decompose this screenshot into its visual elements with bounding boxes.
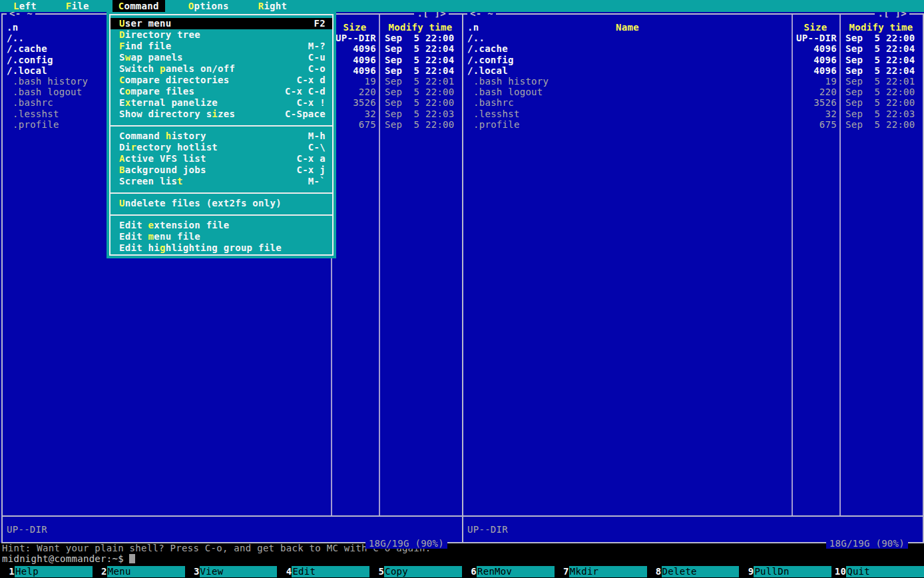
menubar-item-left[interactable]: Left bbox=[7, 0, 43, 12]
file-row[interactable]: .bashrc3526Sep 5 22:00 bbox=[463, 97, 923, 108]
file-size: 675 bbox=[331, 119, 379, 130]
function-key-mkdir[interactable]: 7Mkdir bbox=[555, 565, 647, 578]
file-row[interactable]: .bash_history19Sep 5 22:01 bbox=[463, 76, 923, 87]
function-key-copy[interactable]: 5Copy bbox=[369, 565, 462, 578]
menu-item-shortcut: C-x ! bbox=[296, 97, 326, 109]
menu-item-label: Edit extension file bbox=[119, 220, 326, 231]
function-key-number: 9 bbox=[739, 565, 754, 578]
file-size: 675 bbox=[792, 119, 839, 130]
menu-group-separator bbox=[111, 187, 332, 194]
menu-item-directory-hotlist[interactable]: Directory hotlistC-\ bbox=[111, 142, 332, 153]
menu-item-label: Undelete files (ext2fs only) bbox=[119, 198, 326, 209]
file-size: 3526 bbox=[331, 97, 379, 108]
menu-item-compare-files[interactable]: Compare filesC-x C-d bbox=[111, 86, 332, 97]
function-key-renmov[interactable]: 6RenMov bbox=[462, 565, 555, 578]
label-post: enu file bbox=[154, 231, 200, 242]
menu-item-show-directory-sizes[interactable]: Show directory sizesC-Space bbox=[111, 109, 332, 120]
menu-item-active-vfs-list[interactable]: Active VFS listC-x a bbox=[111, 153, 332, 164]
label-post: ap panels bbox=[130, 52, 182, 63]
file-size: 19 bbox=[792, 76, 839, 87]
label-post: ight bbox=[264, 1, 287, 11]
menu-item-background-jobs[interactable]: Background jobsC-x j bbox=[111, 164, 332, 176]
label-pre: Edit bbox=[119, 220, 148, 230]
menubar-item-right[interactable]: Right bbox=[252, 0, 294, 12]
label-post: ile bbox=[72, 1, 89, 11]
shell-prompt-line[interactable]: midnight@commander:~$ bbox=[2, 553, 135, 564]
file-mtime: Sep 5 22:04 bbox=[379, 55, 462, 65]
file-row[interactable]: /.cache4096Sep 5 22:04 bbox=[463, 43, 923, 54]
function-key-edit[interactable]: 4Edit bbox=[277, 565, 369, 578]
function-key-delete[interactable]: 8Delete bbox=[647, 565, 740, 578]
file-mtime: Sep 5 22:04 bbox=[379, 43, 462, 54]
menu-item-screen-list[interactable]: Screen listM-` bbox=[111, 176, 332, 187]
menu-group-separator bbox=[111, 120, 332, 127]
text-cursor bbox=[129, 554, 135, 563]
hotkey-letter: F bbox=[66, 1, 72, 11]
function-key-bar: 1Help2Menu3View4Edit5Copy6RenMov7Mkdir8D… bbox=[0, 565, 924, 578]
file-row[interactable]: .profile675Sep 5 22:00 bbox=[463, 119, 923, 130]
menu-item-edit-highlighting-group-file[interactable]: Edit highlighting group file bbox=[111, 242, 332, 254]
menu-item-label: External panelize bbox=[119, 97, 296, 109]
function-key-quit[interactable]: 10Quit bbox=[831, 565, 924, 578]
file-name: .lesshst bbox=[463, 109, 792, 119]
command-menu-dropdown: User menuF2Directory treeFind fileM-?Swa… bbox=[107, 11, 336, 258]
function-key-number: 6 bbox=[462, 565, 477, 578]
menu-item-directory-tree[interactable]: Directory tree bbox=[111, 29, 332, 41]
menu-item-swap-panels[interactable]: Swap panelsC-u bbox=[111, 52, 332, 63]
menu-item-find-file[interactable]: Find fileM-? bbox=[111, 41, 332, 52]
column-header-time[interactable]: Modify time bbox=[839, 22, 923, 33]
command-menu-box: User menuF2Directory treeFind fileM-?Swa… bbox=[109, 14, 334, 256]
function-key-help[interactable]: 1Help bbox=[0, 565, 93, 578]
file-row[interactable]: /.config4096Sep 5 22:04 bbox=[463, 55, 923, 65]
menu-item-shortcut: C-\ bbox=[308, 142, 326, 153]
menu-item-switch-panels-on-off[interactable]: Switch panels on/offC-o bbox=[111, 63, 332, 75]
label-post: ndelete files (ext2fs only) bbox=[125, 198, 282, 208]
left-panel-mini-status: UP--DIR bbox=[7, 524, 47, 535]
function-key-pulldn[interactable]: 9PullDn bbox=[739, 565, 831, 578]
panel-header-row: .nNameSizeModify time bbox=[463, 22, 923, 33]
menu-item-command-history[interactable]: Command historyM-h bbox=[111, 131, 332, 142]
function-key-number: 1 bbox=[0, 565, 15, 578]
menu-item-label: Directory hotlist bbox=[119, 142, 308, 153]
menu-item-edit-menu-file[interactable]: Edit menu file bbox=[111, 231, 332, 242]
file-size: 4096 bbox=[792, 55, 839, 65]
column-header-size[interactable]: Size bbox=[792, 22, 839, 33]
column-header-time[interactable]: Modify time bbox=[379, 22, 462, 33]
function-key-view[interactable]: 3View bbox=[185, 565, 278, 578]
label-post: hlighting group file bbox=[166, 242, 282, 253]
file-row[interactable]: /.local4096Sep 5 22:04 bbox=[463, 65, 923, 76]
label-pre: Edit hi bbox=[119, 242, 160, 253]
hotkey-letter: e bbox=[148, 220, 154, 230]
file-row[interactable]: /..UP--DIRSep 5 22:00 bbox=[463, 33, 923, 43]
menubar-item-options[interactable]: Options bbox=[182, 0, 235, 12]
menu-item-user-menu[interactable]: User menuF2 bbox=[111, 18, 332, 29]
file-size: 220 bbox=[792, 87, 839, 97]
column-header-name[interactable]: .nName bbox=[463, 22, 792, 33]
menubar-item-file[interactable]: File bbox=[60, 0, 95, 12]
file-size: 4096 bbox=[331, 55, 379, 65]
menu-item-compare-directories[interactable]: Compare directoriesC-x d bbox=[111, 75, 332, 86]
column-header-size[interactable]: Size bbox=[331, 22, 379, 33]
hotkey-letter: U bbox=[119, 18, 125, 29]
menu-item-shortcut: F2 bbox=[314, 18, 326, 29]
label-post: ser menu bbox=[125, 18, 172, 29]
function-key-label: View bbox=[200, 566, 278, 577]
menu-item-shortcut: M-` bbox=[308, 176, 326, 187]
menu-item-label: Directory tree bbox=[119, 29, 326, 41]
sort-indicator: .n bbox=[467, 22, 479, 33]
menu-item-label: Swap panels bbox=[119, 52, 308, 63]
menu-item-undelete-files-ext2fs-only[interactable]: Undelete files (ext2fs only) bbox=[111, 198, 332, 209]
hotkey-letter: m bbox=[148, 231, 154, 242]
menu-group-separator bbox=[111, 209, 332, 216]
menubar-item-command[interactable]: Command bbox=[113, 0, 165, 12]
file-size: 4096 bbox=[331, 65, 379, 76]
menu-item-external-panelize[interactable]: External panelizeC-x ! bbox=[111, 97, 332, 109]
file-name: .bashrc bbox=[463, 97, 792, 108]
right-panel-free-space: 18G/19G (90%) bbox=[826, 538, 908, 549]
function-key-label: Delete bbox=[662, 566, 740, 577]
menu-item-edit-extension-file[interactable]: Edit extension file bbox=[111, 220, 332, 231]
function-key-menu[interactable]: 2Menu bbox=[93, 565, 185, 578]
function-key-label: Copy bbox=[384, 566, 462, 577]
file-row[interactable]: .bash_logout220Sep 5 22:00 bbox=[463, 87, 923, 97]
file-row[interactable]: .lesshst32Sep 5 22:03 bbox=[463, 109, 923, 119]
